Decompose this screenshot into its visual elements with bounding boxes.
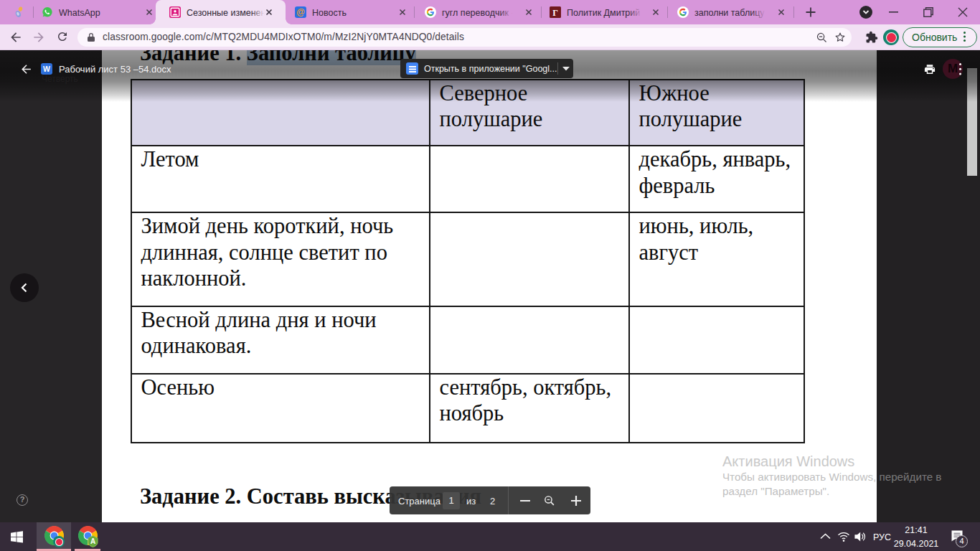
svg-text:A: A bbox=[90, 537, 95, 545]
svg-text:@: @ bbox=[296, 7, 305, 17]
svg-text:Г: Г bbox=[552, 8, 558, 18]
